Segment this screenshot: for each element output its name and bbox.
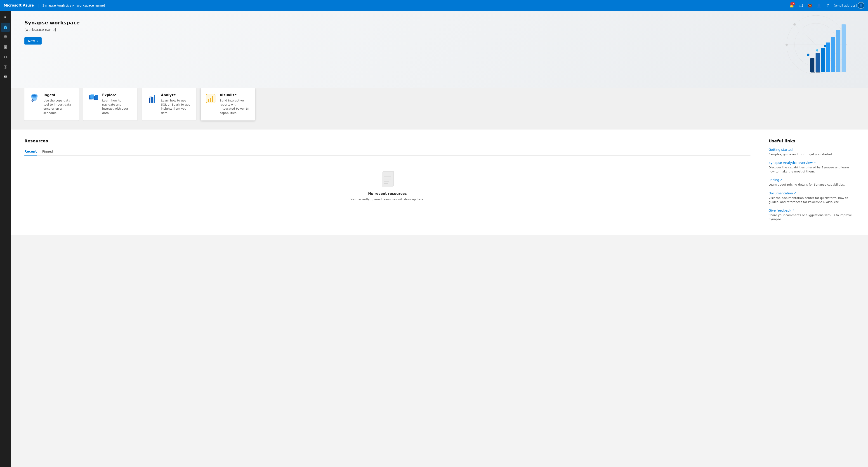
new-button-chevron: ▾ xyxy=(37,40,38,42)
svg-rect-55 xyxy=(382,172,393,187)
user-avatar[interactable]: 👤 xyxy=(858,2,864,9)
hero-title: Synapse workspace xyxy=(24,20,855,26)
user-email: [email address] xyxy=(834,4,857,7)
analyze-desc: Learn how to use SQL or Spark to get ins… xyxy=(161,98,192,115)
svg-rect-31 xyxy=(831,37,835,72)
sidebar-item-database[interactable] xyxy=(1,33,10,41)
lower-section: Resources Recent Pinned No recent resour… xyxy=(11,129,868,235)
synapse-overview-link[interactable]: Synapse Analytics overview ↗ xyxy=(769,161,855,164)
hero-section: Synapse workspace [workspace name] New ▾ xyxy=(11,11,868,88)
explore-icon xyxy=(88,93,98,104)
analyze-title: Analyze xyxy=(161,93,192,97)
documentation-desc: Visit the documentation center for quick… xyxy=(769,196,855,204)
topbar-sep1: | xyxy=(37,3,39,8)
svg-rect-8 xyxy=(4,56,5,58)
resources-title: Resources xyxy=(24,138,750,143)
link-give-feedback: Give feedback ↗ Share your comments or s… xyxy=(769,209,855,221)
explore-title: Explore xyxy=(102,93,133,97)
give-feedback-desc: Share your comments or suggestions with … xyxy=(769,213,855,221)
link-getting-started: Getting started Samples, guide and tour … xyxy=(769,148,855,156)
svg-point-21 xyxy=(785,43,788,46)
useful-links-title: Useful links xyxy=(769,138,855,143)
link-pricing: Pricing ↗ Learn about pricing details fo… xyxy=(769,178,855,187)
empty-state-icon xyxy=(379,170,395,188)
brand-label: Microsoft Azure xyxy=(4,3,34,7)
svg-rect-14 xyxy=(4,76,5,77)
svg-rect-0 xyxy=(799,4,803,7)
tab-recent[interactable]: Recent xyxy=(24,148,37,156)
svg-rect-48 xyxy=(154,95,155,103)
cards-row: Ingest Use the copy data tool to import … xyxy=(24,88,855,121)
empty-desc: Your recently opened resources will show… xyxy=(350,197,424,201)
service-label[interactable]: Synapse Analytics xyxy=(42,4,71,7)
svg-point-23 xyxy=(794,23,796,26)
bell-button[interactable]: 🔕 xyxy=(806,1,814,9)
svg-marker-35 xyxy=(815,72,821,73)
getting-started-desc: Samples, guide and tour to get you start… xyxy=(769,152,855,156)
svg-rect-2 xyxy=(5,27,6,29)
svg-marker-34 xyxy=(810,72,815,73)
svg-rect-46 xyxy=(149,98,150,103)
analyze-card[interactable]: Analyze Learn how to use SQL or Spark to… xyxy=(142,88,196,121)
ingest-desc: Use the copy data tool to import data on… xyxy=(43,98,74,115)
sidebar-item-manage[interactable] xyxy=(1,72,10,82)
breadcrumb-chevron: ▶ xyxy=(72,4,74,7)
topbar-right: 🔔 11 🔕 👤 ? [email address] 👤 xyxy=(788,1,864,9)
notifications-button[interactable]: 🔔 11 xyxy=(788,1,796,9)
visualize-desc: Build interactive reports with integrate… xyxy=(220,98,250,115)
sidebar-item-home[interactable] xyxy=(1,23,10,32)
svg-rect-44 xyxy=(95,95,98,99)
resources-tabs: Recent Pinned xyxy=(24,148,750,156)
sidebar-item-notebooks[interactable] xyxy=(1,42,10,52)
svg-rect-9 xyxy=(6,56,7,58)
link-documentation: Documentation ↗ Visit the documentation … xyxy=(769,191,855,204)
link-synapse-overview: Synapse Analytics overview ↗ Discover th… xyxy=(769,161,855,174)
workspace-breadcrumb: [workspace name] xyxy=(76,4,105,7)
useful-links-column: Useful links Getting started Samples, gu… xyxy=(769,138,855,226)
ingest-card[interactable]: Ingest Use the copy data tool to import … xyxy=(24,88,79,121)
svg-rect-27 xyxy=(810,58,814,72)
ingest-title: Ingest xyxy=(43,93,74,97)
hero-chart xyxy=(773,13,859,76)
explore-card[interactable]: Explore Learn how to navigate and intera… xyxy=(83,88,137,121)
give-feedback-link[interactable]: Give feedback ↗ xyxy=(769,209,855,212)
svg-rect-4 xyxy=(4,45,7,49)
pricing-external-icon: ↗ xyxy=(780,179,782,182)
contact-button[interactable]: 👤 xyxy=(815,1,823,9)
notification-badge: 11 xyxy=(790,2,795,5)
getting-started-link[interactable]: Getting started xyxy=(769,148,855,151)
sidebar-item-monitor[interactable] xyxy=(1,62,10,71)
visualize-icon xyxy=(205,93,216,104)
new-button[interactable]: New ▾ xyxy=(24,37,41,44)
empty-state: No recent resources Your recently opened… xyxy=(24,161,750,210)
tab-pinned[interactable]: Pinned xyxy=(42,148,53,156)
explore-desc: Learn how to navigate and interact with … xyxy=(102,98,133,115)
svg-point-26 xyxy=(824,45,826,47)
svg-rect-52 xyxy=(210,98,211,102)
svg-point-24 xyxy=(807,54,809,56)
svg-rect-47 xyxy=(151,97,153,103)
pricing-link[interactable]: Pricing ↗ xyxy=(769,178,855,182)
svg-rect-30 xyxy=(826,42,830,72)
svg-rect-32 xyxy=(836,30,840,72)
documentation-link[interactable]: Documentation ↗ xyxy=(769,191,855,195)
visualize-card[interactable]: Visualize Build interactive reports with… xyxy=(201,88,255,121)
svg-rect-53 xyxy=(212,96,213,102)
breadcrumb: Synapse Analytics ▶ [workspace name] xyxy=(42,4,105,7)
resources-column: Resources Recent Pinned No recent resour… xyxy=(24,138,750,226)
documentation-external-icon: ↗ xyxy=(794,192,796,195)
main-content: Synapse workspace [workspace name] New ▾ xyxy=(11,11,868,467)
app-container: ≡ Synapse workspace [workspace name] New… xyxy=(0,11,868,467)
synapse-overview-external-icon: ↗ xyxy=(813,161,815,164)
pricing-desc: Learn about pricing details for Synapse … xyxy=(769,183,855,187)
visualize-title: Visualize xyxy=(220,93,250,97)
svg-rect-29 xyxy=(821,48,825,72)
hero-workspace-name: [workspace name] xyxy=(24,28,855,32)
sidebar-toggle[interactable]: ≡ xyxy=(1,13,9,21)
empty-title: No recent resources xyxy=(368,192,407,196)
svg-rect-28 xyxy=(815,53,819,72)
help-button[interactable]: ? xyxy=(824,1,832,9)
svg-rect-51 xyxy=(208,99,209,102)
cloud-shell-button[interactable] xyxy=(797,1,805,9)
sidebar-item-pipelines[interactable] xyxy=(1,53,10,61)
